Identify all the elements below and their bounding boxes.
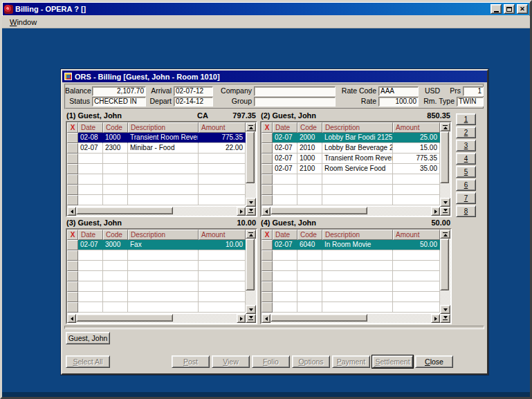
depart-field[interactable]: 02-14-12 (174, 97, 213, 106)
row-select-cell[interactable] (67, 302, 78, 313)
scroll-bottom-button[interactable] (440, 207, 450, 216)
horizontal-scroll-thumb[interactable] (270, 207, 367, 214)
settlement-button[interactable]: Settlement (372, 355, 413, 368)
horizontal-scrollbar[interactable] (67, 207, 256, 216)
row-select-cell[interactable] (262, 133, 273, 143)
table-row[interactable] (262, 292, 440, 302)
table-row[interactable] (67, 292, 246, 302)
billing-titlebar[interactable]: ORS - Billing [Guest, John - Room 1010] (62, 71, 487, 82)
table-row[interactable] (262, 271, 440, 281)
table-row[interactable]: 02-07 2100 Room Service Food 35.00 (262, 164, 440, 174)
scroll-right-button[interactable] (431, 314, 440, 323)
scroll-bottom-button[interactable] (246, 314, 256, 323)
company-field[interactable] (254, 86, 336, 96)
folio-page-button-7[interactable]: 7 (456, 192, 476, 204)
row-select-cell[interactable] (67, 154, 78, 164)
table-row[interactable] (67, 281, 246, 292)
vertical-scroll-track[interactable] (440, 239, 450, 305)
table-row[interactable] (262, 250, 440, 261)
folio-page-button-8[interactable]: 8 (456, 205, 476, 217)
row-select-cell[interactable] (262, 271, 273, 281)
horizontal-scroll-track[interactable] (270, 314, 431, 323)
table-row[interactable] (262, 174, 440, 185)
vertical-scroll-thumb[interactable] (246, 131, 255, 183)
row-select-cell[interactable] (262, 164, 273, 174)
app-titlebar[interactable]: Billing - OPERA ? [] ✕ (3, 3, 529, 15)
vertical-scroll-track[interactable] (440, 131, 450, 198)
arrival-field[interactable]: 02-07-12 (174, 86, 213, 96)
row-select-cell[interactable] (262, 174, 273, 185)
row-select-cell[interactable] (262, 261, 273, 271)
scroll-top-button[interactable] (246, 122, 256, 131)
folio-page-button-2[interactable]: 2 (456, 127, 476, 138)
row-select-cell[interactable] (262, 154, 273, 164)
folio-page-button-4[interactable]: 4 (456, 153, 476, 165)
rate-field[interactable]: 100.00 (378, 97, 419, 106)
scroll-left-button[interactable] (262, 207, 270, 216)
row-select-cell[interactable] (67, 195, 78, 205)
horizontal-scroll-thumb[interactable] (270, 314, 367, 322)
table-row[interactable] (262, 195, 440, 205)
table-row[interactable] (262, 185, 440, 195)
maximize-button[interactable] (504, 4, 515, 14)
room-type-field[interactable]: TWIN (457, 97, 484, 106)
table-row[interactable]: 02-07 3000 Fax 10.00 (67, 240, 246, 250)
table-row[interactable] (67, 302, 246, 313)
horizontal-scrollbar[interactable] (262, 207, 450, 216)
payment-button[interactable]: Payment (332, 355, 370, 368)
view-button[interactable]: View (212, 355, 250, 368)
row-select-cell[interactable] (262, 195, 273, 205)
table-row[interactable] (262, 302, 440, 313)
folio-page-button-6[interactable]: 6 (456, 179, 476, 191)
scroll-down-button[interactable] (440, 305, 450, 314)
scroll-bottom-button[interactable] (440, 314, 450, 323)
scroll-bottom-button[interactable] (246, 207, 256, 216)
horizontal-scroll-thumb[interactable] (76, 207, 173, 214)
vertical-scroll-thumb[interactable] (440, 239, 449, 290)
scroll-down-button[interactable] (246, 198, 256, 207)
row-select-cell[interactable] (262, 185, 273, 195)
row-select-cell[interactable] (262, 143, 273, 154)
horizontal-scroll-thumb[interactable] (76, 314, 173, 322)
row-select-cell[interactable] (67, 133, 78, 143)
row-select-cell[interactable] (67, 174, 78, 185)
post-button[interactable]: Post (172, 355, 210, 368)
table-row[interactable]: 02-07 2300 Minibar - Food 22.00 (67, 143, 246, 154)
row-select-cell[interactable] (67, 271, 78, 281)
row-select-cell[interactable] (262, 250, 273, 261)
scroll-top-button[interactable] (440, 122, 450, 131)
table-row[interactable]: 02-07 6040 In Room Movie 50.00 (262, 240, 440, 250)
vertical-scrollbar[interactable] (246, 122, 256, 207)
minimize-button[interactable] (490, 4, 502, 14)
folio-button[interactable]: Folio (252, 355, 290, 368)
table-row[interactable] (67, 185, 246, 195)
table-row[interactable]: 02-08 1000 Transient Room Revenu 775.35 (67, 133, 246, 143)
balance-field[interactable]: 2,107.70 (92, 86, 146, 96)
row-select-cell[interactable] (67, 164, 78, 174)
scroll-right-button[interactable] (431, 207, 440, 216)
scroll-down-button[interactable] (246, 305, 256, 314)
vertical-scrollbar[interactable] (246, 230, 256, 314)
menu-window[interactable]: Window (6, 17, 40, 27)
table-row[interactable] (67, 195, 246, 205)
table-row[interactable] (67, 164, 246, 174)
vertical-scroll-thumb[interactable] (246, 239, 255, 290)
row-select-cell[interactable] (67, 143, 78, 154)
group-field[interactable] (254, 97, 336, 106)
persons-field[interactable]: 1 (463, 86, 484, 96)
guest-folio-tab[interactable]: Guest, John (66, 332, 110, 344)
scroll-left-button[interactable] (67, 207, 76, 216)
vertical-scroll-track[interactable] (246, 131, 256, 198)
row-select-cell[interactable] (262, 281, 273, 292)
row-select-cell[interactable] (67, 261, 78, 271)
horizontal-scroll-track[interactable] (76, 314, 237, 323)
horizontal-scroll-track[interactable] (76, 207, 237, 216)
scroll-left-button[interactable] (67, 314, 76, 323)
row-select-cell[interactable] (262, 292, 273, 302)
vertical-scroll-track[interactable] (246, 239, 256, 305)
table-row[interactable]: 02-07 2010 Lobby Bar Beverage 215 15.00 (262, 143, 440, 154)
horizontal-scrollbar[interactable] (67, 314, 256, 323)
scroll-top-button[interactable] (246, 230, 256, 239)
table-row[interactable] (262, 261, 440, 271)
row-select-cell[interactable] (67, 281, 78, 292)
